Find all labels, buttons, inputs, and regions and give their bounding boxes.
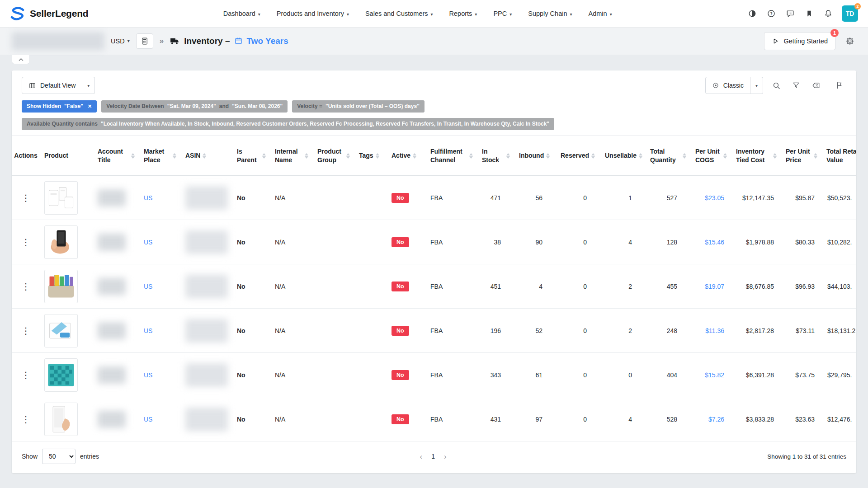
column-header-per-unit-cogs[interactable]: Per Unit COGS [691, 143, 731, 168]
column-header-market-place[interactable]: Market Place [139, 143, 181, 168]
internal-name-cell: N/A [270, 194, 313, 202]
row-actions-button[interactable]: ⋮ [17, 236, 35, 249]
filter-button[interactable] [789, 79, 803, 92]
marketplace-link[interactable]: US [144, 327, 152, 334]
inbound-cell: 56 [514, 194, 556, 202]
sort-icon[interactable] [262, 153, 266, 159]
sort-icon[interactable] [723, 153, 727, 159]
per-unit-price-cell: $95.87 [781, 194, 822, 202]
row-actions-button[interactable]: ⋮ [17, 324, 35, 337]
column-header-reserved[interactable]: Reserved [556, 147, 600, 164]
row-actions-button[interactable]: ⋮ [17, 280, 35, 293]
column-header-asin[interactable]: ASIN [181, 147, 232, 164]
sort-icon[interactable] [376, 153, 379, 159]
help-icon[interactable]: ? [766, 8, 777, 19]
sort-icon[interactable] [203, 153, 206, 159]
sellerlegend-logo[interactable]: SellerLegend [10, 7, 88, 20]
column-header-fulfillment-channel[interactable]: Fulfillment Channel [426, 143, 477, 168]
per-unit-cogs-link[interactable]: $15.82 [705, 371, 724, 379]
sort-icon[interactable] [814, 153, 817, 159]
currency-select[interactable]: USD▾ [111, 38, 130, 45]
next-page-button[interactable]: › [444, 453, 447, 460]
column-header-per-unit-price[interactable]: Per Unit Price [781, 143, 822, 168]
per-unit-cogs-link[interactable]: $23.05 [705, 194, 724, 202]
marketplace-link[interactable]: US [144, 194, 152, 202]
column-header-total-retail-value[interactable]: Total Retail Value [822, 143, 856, 168]
product-thumbnail[interactable] [44, 403, 78, 436]
column-header-inbound[interactable]: Inbound [514, 147, 556, 164]
nav-item-admin[interactable]: Admin▾ [589, 10, 612, 17]
remove-filter-icon[interactable]: ✕ [88, 103, 92, 110]
sort-icon[interactable] [591, 153, 595, 159]
page-size-select[interactable]: 50 [42, 449, 75, 464]
view-dropdown-toggle[interactable]: ▾ [82, 77, 95, 94]
flag-button[interactable] [833, 79, 846, 92]
product-thumbnail[interactable] [44, 225, 78, 259]
theme-toggle-icon[interactable] [747, 8, 758, 19]
sort-icon[interactable] [131, 153, 135, 159]
notifications-bell-icon[interactable] [823, 8, 834, 19]
nav-item-ppc[interactable]: PPC▾ [493, 10, 512, 17]
column-header-active[interactable]: Active [387, 147, 426, 164]
nav-item-reports[interactable]: Reports▾ [449, 10, 477, 17]
sort-icon[interactable] [305, 153, 308, 159]
nav-item-supply-chain[interactable]: Supply Chain▾ [528, 10, 572, 17]
product-thumbnail[interactable] [44, 181, 78, 215]
getting-started-button[interactable]: Getting Started 1 [764, 32, 835, 50]
per-unit-cogs-link[interactable]: $7.26 [708, 416, 724, 423]
user-avatar[interactable]: TD 2 [842, 5, 858, 22]
row-actions-button[interactable]: ⋮ [17, 369, 35, 381]
sort-icon[interactable] [506, 153, 510, 159]
default-view-button[interactable]: Default View [22, 77, 82, 94]
row-actions-button[interactable]: ⋮ [17, 192, 35, 204]
getting-started-badge: 1 [830, 29, 839, 37]
bookmark-icon[interactable] [804, 8, 815, 19]
nav-item-products-and-inventory[interactable]: Products and Inventory▾ [277, 10, 349, 17]
sort-icon[interactable] [546, 153, 550, 159]
page-number-button[interactable]: 1 [431, 453, 435, 460]
nav-item-dashboard[interactable]: Dashboard▾ [223, 10, 260, 17]
sort-icon[interactable] [413, 153, 416, 159]
per-unit-cogs-link[interactable]: $11.36 [705, 327, 724, 334]
marketplace-link[interactable]: US [144, 371, 152, 379]
filter-chip-show-hidden[interactable]: Show Hidden "False" ✕ [22, 100, 97, 113]
column-header-total-quantity[interactable]: Total Quantity [646, 143, 691, 168]
product-thumbnail[interactable] [44, 314, 78, 347]
column-header-account-title[interactable]: Account Title [93, 143, 139, 168]
marketplace-link[interactable]: US [144, 239, 152, 246]
mode-dropdown-toggle[interactable]: ▾ [750, 77, 763, 94]
sort-icon[interactable] [346, 153, 350, 159]
settings-gear-button[interactable] [844, 35, 856, 47]
prev-page-button[interactable]: ‹ [420, 453, 423, 460]
chip-label: Velocity = [297, 103, 322, 110]
column-header-unsellable[interactable]: Unsellable [600, 147, 646, 164]
marketplace-link[interactable]: US [144, 416, 152, 423]
product-thumbnail[interactable] [44, 358, 78, 392]
column-header-is-parent[interactable]: Is Parent [232, 143, 270, 168]
search-button[interactable] [769, 79, 783, 92]
marketplace-link[interactable]: US [144, 283, 152, 290]
period-link[interactable]: Two Years [247, 36, 288, 46]
collapse-header-button[interactable] [12, 55, 30, 64]
product-thumbnail[interactable] [44, 270, 78, 303]
column-header-product-group[interactable]: Product Group [313, 143, 354, 168]
sort-icon[interactable] [469, 153, 473, 159]
sort-icon[interactable] [683, 153, 686, 159]
nav-item-sales-and-customers[interactable]: Sales and Customers▾ [365, 10, 433, 17]
row-actions-button[interactable]: ⋮ [17, 413, 35, 426]
clear-filters-button[interactable] [809, 79, 823, 92]
column-header-inventory-tied-cost[interactable]: Inventory Tied Cost [731, 143, 781, 168]
per-unit-cogs-link[interactable]: $19.07 [705, 283, 724, 290]
per-unit-cogs-link[interactable]: $15.46 [705, 239, 724, 246]
asin-redacted [185, 319, 228, 343]
sort-icon[interactable] [773, 153, 777, 159]
sort-icon[interactable] [639, 153, 642, 159]
column-header-internal-name[interactable]: Internal Name [270, 143, 313, 168]
chat-icon[interactable] [785, 8, 796, 19]
calculator-button[interactable] [136, 33, 153, 49]
column-header-tags[interactable]: Tags [354, 147, 387, 164]
classic-mode-button[interactable]: Classic [705, 77, 750, 94]
sort-icon[interactable] [173, 153, 176, 159]
column-header-in-stock[interactable]: In Stock [477, 143, 514, 168]
internal-name-cell: N/A [270, 239, 313, 246]
